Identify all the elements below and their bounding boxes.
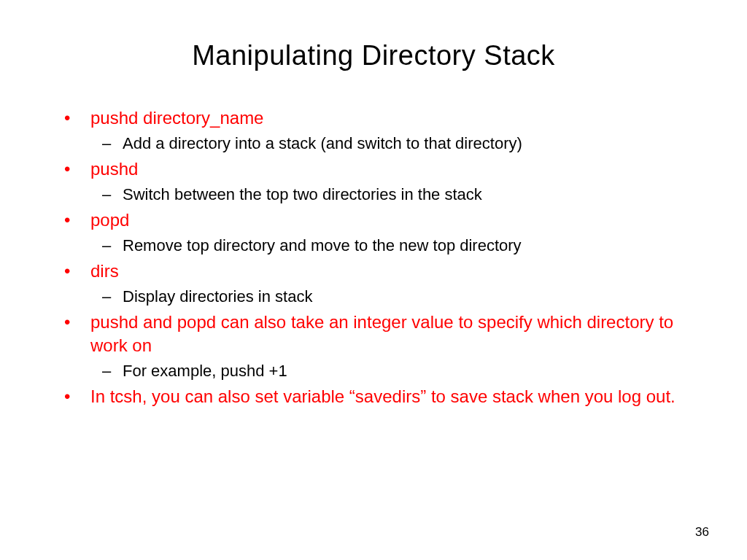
bullet-icon: • [64, 385, 90, 408]
bullet-item: • In tcsh, you can also set variable “sa… [64, 385, 689, 408]
bullet-label: In tcsh, you can also set variable “save… [90, 385, 676, 408]
dash-icon: – [102, 360, 123, 382]
bullet-label: dirs [90, 260, 119, 283]
sub-label: Remove top directory and move to the new… [123, 235, 522, 257]
slide-title: Manipulating Directory Stack [58, 40, 689, 71]
bullet-icon: • [64, 260, 90, 283]
slide-content: • pushd directory_name – Add a directory… [58, 106, 689, 408]
bullet-label: popd [90, 209, 129, 232]
sub-label: Switch between the top two directories i… [123, 184, 482, 206]
bullet-icon: • [64, 158, 90, 181]
bullet-icon: • [64, 106, 90, 130]
bullet-item: • pushd and popd can also take an intege… [64, 311, 689, 357]
sub-label: Add a directory into a stack (and switch… [123, 133, 522, 155]
dash-icon: – [102, 235, 123, 257]
dash-icon: – [102, 184, 123, 206]
sub-label: For example, pushd +1 [123, 360, 287, 382]
sub-label: Display directories in stack [123, 286, 312, 308]
sub-item: – Switch between the top two directories… [64, 184, 689, 206]
dash-icon: – [102, 286, 123, 308]
bullet-label: pushd directory_name [90, 106, 263, 130]
dash-icon: – [102, 133, 123, 155]
bullet-item: • pushd [64, 158, 689, 181]
bullet-icon: • [64, 209, 90, 232]
sub-item: – Remove top directory and move to the n… [64, 235, 689, 257]
bullet-label: pushd and popd can also take an integer … [90, 311, 689, 357]
sub-item: – Add a directory into a stack (and swit… [64, 133, 689, 155]
bullet-item: • popd [64, 209, 689, 232]
bullet-item: • pushd directory_name [64, 106, 689, 130]
bullet-icon: • [64, 311, 90, 334]
bullet-item: • dirs [64, 260, 689, 283]
bullet-label: pushd [90, 158, 138, 181]
page-number: 36 [695, 525, 709, 540]
sub-item: – For example, pushd +1 [64, 360, 689, 382]
sub-item: – Display directories in stack [64, 286, 689, 308]
